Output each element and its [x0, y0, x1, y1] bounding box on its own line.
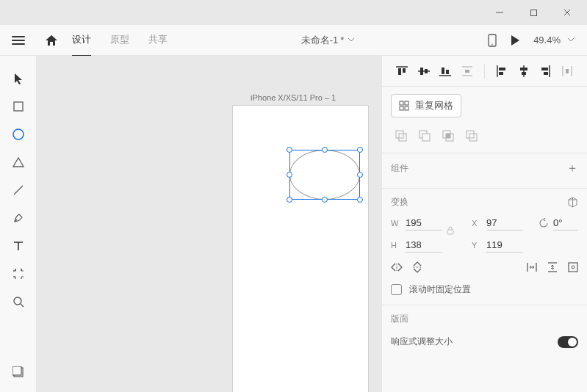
artboard-label[interactable]: iPhone X/XS/11 Pro – 1 — [251, 93, 336, 102]
selected-ellipse[interactable] — [289, 150, 360, 200]
distribute-h-icon[interactable] — [556, 60, 578, 82]
boolean-intersect-icon[interactable] — [438, 126, 458, 145]
y-input[interactable] — [486, 238, 523, 253]
home-button[interactable] — [37, 35, 66, 46]
fix-on-scroll-label: 滚动时固定位置 — [409, 283, 471, 296]
artboard[interactable] — [233, 106, 368, 392]
transform-section: 变换 W X H Y — [382, 189, 587, 305]
svg-rect-24 — [465, 70, 469, 73]
text-tool[interactable] — [0, 232, 37, 260]
close-button[interactable] — [550, 0, 584, 25]
add-component-button[interactable]: ＋ — [566, 161, 578, 176]
pen-tool[interactable] — [0, 204, 37, 232]
zoom-control[interactable]: 49.4% — [533, 35, 574, 46]
svg-rect-32 — [541, 68, 548, 70]
tool-column — [0, 56, 37, 392]
flip-v-icon[interactable] — [413, 261, 422, 273]
rotate-icon[interactable] — [539, 218, 549, 228]
svg-rect-38 — [405, 101, 408, 105]
boolean-subtract-icon[interactable] — [414, 126, 435, 145]
boolean-ops-row — [382, 122, 587, 153]
svg-rect-6 — [14, 102, 23, 111]
svg-rect-1 — [530, 10, 536, 15]
align-vcenter-icon[interactable] — [413, 60, 435, 82]
svg-rect-39 — [400, 106, 403, 110]
distribute-v-icon[interactable] — [456, 60, 478, 82]
svg-rect-27 — [499, 72, 503, 75]
fix-on-scroll-checkbox[interactable] — [391, 284, 402, 295]
svg-rect-40 — [405, 106, 408, 110]
component-section: 组件 ＋ — [382, 153, 587, 189]
canvas[interactable]: iPhone X/XS/11 Pro – 1 — [37, 56, 381, 392]
svg-rect-47 — [446, 134, 450, 138]
zoom-tool[interactable] — [0, 288, 37, 316]
svg-rect-21 — [446, 70, 449, 74]
titlebar — [0, 0, 587, 25]
ellipse-tool[interactable] — [0, 120, 37, 148]
svg-rect-12 — [12, 366, 21, 375]
constrain-h-icon[interactable] — [527, 262, 537, 272]
align-row — [382, 56, 587, 87]
assets-button[interactable] — [0, 358, 37, 386]
select-tool[interactable] — [0, 65, 37, 92]
artboard-tool[interactable] — [0, 260, 37, 288]
transform-label: 变换 — [391, 196, 408, 208]
component-label: 组件 — [391, 162, 408, 175]
properties-panel: 重复网格 组件 ＋ 变换 W X — [381, 56, 587, 392]
constrain-both-icon[interactable] — [568, 262, 578, 272]
svg-rect-48 — [467, 131, 474, 138]
svg-rect-29 — [520, 68, 527, 70]
responsive-toggle[interactable] — [558, 336, 578, 348]
layout-label: 版面 — [391, 313, 408, 325]
svg-rect-30 — [522, 72, 526, 75]
hamburger-menu[interactable] — [0, 36, 37, 45]
rotation-input[interactable] — [553, 216, 578, 231]
flip-h-icon[interactable] — [391, 263, 403, 272]
minimize-button[interactable] — [483, 0, 516, 25]
svg-line-10 — [21, 304, 24, 307]
boolean-exclude-icon[interactable] — [461, 126, 482, 145]
3d-transform-icon[interactable] — [567, 197, 578, 208]
chevron-down-icon — [348, 38, 354, 42]
rectangle-tool[interactable] — [0, 92, 37, 120]
maximize-button[interactable] — [516, 0, 550, 25]
tab-prototype[interactable]: 原型 — [110, 24, 129, 57]
tab-design[interactable]: 设计 — [72, 24, 91, 57]
play-icon[interactable] — [510, 35, 520, 46]
svg-rect-41 — [396, 131, 403, 138]
repeat-grid-button[interactable]: 重复网格 — [391, 94, 461, 117]
svg-rect-17 — [420, 68, 423, 75]
svg-line-8 — [14, 186, 23, 195]
align-left-icon[interactable] — [491, 60, 513, 82]
align-bottom-icon[interactable] — [435, 60, 457, 82]
svg-rect-49 — [469, 134, 477, 141]
x-input[interactable] — [486, 216, 523, 231]
home-icon — [45, 35, 58, 46]
svg-rect-18 — [425, 69, 428, 73]
responsive-label: 响应式调整大小 — [391, 335, 453, 348]
height-input[interactable] — [406, 238, 442, 253]
svg-rect-14 — [398, 68, 401, 75]
align-top-icon[interactable] — [391, 60, 413, 82]
constrain-v-icon[interactable] — [547, 262, 558, 272]
svg-rect-20 — [442, 68, 444, 74]
boolean-add-icon[interactable] — [391, 126, 411, 145]
line-tool[interactable] — [0, 176, 37, 204]
lock-aspect-icon[interactable] — [447, 226, 467, 235]
tab-share[interactable]: 共享 — [148, 24, 168, 57]
align-hcenter-icon[interactable] — [513, 60, 535, 82]
layout-section: 版面 响应式调整大小 — [382, 305, 587, 357]
svg-rect-36 — [566, 69, 569, 73]
svg-rect-57 — [569, 263, 577, 272]
align-right-icon[interactable] — [535, 60, 557, 82]
svg-rect-50 — [447, 230, 453, 234]
device-preview-icon[interactable] — [488, 34, 497, 47]
svg-point-58 — [572, 266, 575, 269]
svg-rect-15 — [403, 68, 406, 73]
svg-rect-37 — [400, 101, 403, 105]
document-title[interactable]: 未命名-1* — [168, 34, 488, 47]
svg-rect-26 — [499, 68, 505, 70]
polygon-tool[interactable] — [0, 148, 37, 176]
width-input[interactable] — [406, 216, 442, 231]
svg-point-5 — [491, 43, 493, 45]
